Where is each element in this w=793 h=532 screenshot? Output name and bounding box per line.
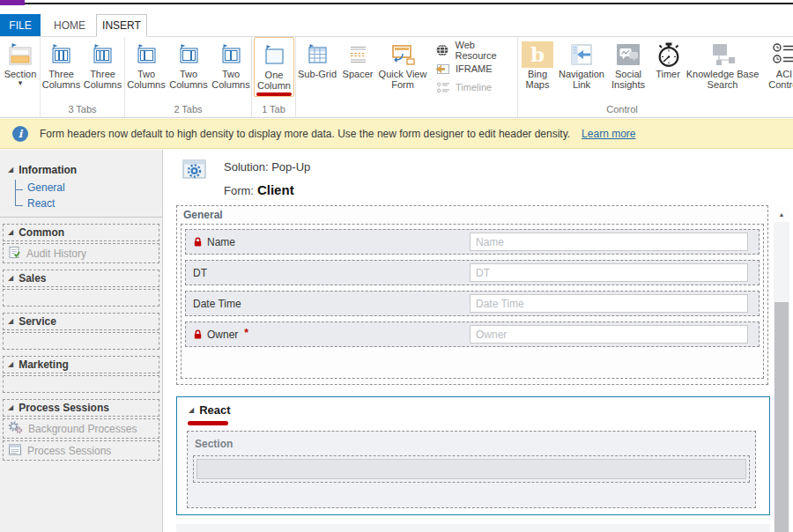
annotation-underline-react	[188, 421, 228, 425]
web-resource-button[interactable]: Web Resource	[435, 43, 517, 57]
sidebar-nav-general[interactable]: General	[8, 178, 162, 194]
timeline-icon	[435, 81, 450, 94]
button-label: Two Columns	[210, 69, 252, 90]
group-label-2-tabs: 2 Tabs	[125, 104, 251, 117]
notification-text: Form headers now default to high density…	[40, 128, 570, 140]
tab-home[interactable]: HOME	[47, 14, 93, 36]
two-columns-icon	[219, 41, 243, 69]
section-button[interactable]: Section ▾	[0, 37, 41, 86]
timer-button[interactable]: Timer	[650, 37, 686, 79]
field-row-name[interactable]: Name	[185, 229, 760, 255]
ribbon-group-2-tabs: Two Columns Two Columns Two Columns 2 Ta…	[125, 37, 252, 117]
tree-elbow	[15, 180, 23, 190]
date-time-field-input[interactable]	[470, 294, 748, 313]
tab-container-react[interactable]: ◢ React Section	[176, 396, 770, 515]
react-tab-title[interactable]: ◢ React	[189, 403, 231, 417]
dt-field-input[interactable]	[470, 263, 748, 282]
sidebar-tab-title: Information	[19, 164, 77, 176]
sidebar-group-header-service[interactable]: ◢ Service	[3, 313, 159, 330]
three-columns-icon	[49, 41, 73, 69]
field-row-owner[interactable]: Owner *	[185, 321, 760, 347]
learn-more-link[interactable]: Learn more	[582, 128, 635, 140]
two-columns-button-3[interactable]: Two Columns	[210, 37, 252, 90]
sidebar-empty-slot	[3, 375, 159, 393]
sidebar-group-header-process-sessions[interactable]: ◢ Process Sessions	[3, 399, 159, 417]
spacer-icon	[346, 41, 370, 69]
collapse-triangle-icon: ◢	[8, 361, 13, 368]
sidebar-group-process-sessions: ◢ Process Sessions Background Processes …	[3, 399, 159, 461]
three-columns-button-1[interactable]: Three Columns	[41, 37, 82, 90]
field-label: DT	[193, 261, 207, 284]
sidebar-item-process-sessions[interactable]: Process Sessions	[3, 440, 159, 461]
button-label: Navigation Link	[557, 69, 606, 90]
button-label: Web Resource	[456, 40, 517, 61]
nav-item-label: React	[27, 197, 55, 210]
lock-icon	[193, 237, 203, 248]
sidebar-divider	[0, 217, 162, 218]
navigation-link-button[interactable]: Navigation Link	[557, 37, 606, 90]
group-label	[0, 104, 40, 117]
ribbon-group-field-controls: Sub-Grid Spacer Quick View Form	[296, 37, 518, 117]
spacer-button[interactable]: Spacer	[338, 37, 377, 79]
nav-item-label: General	[27, 181, 65, 194]
two-columns-button-2[interactable]: Two Columns	[167, 37, 210, 90]
general-tab-title: General	[183, 209, 223, 221]
one-column-button[interactable]: One Column	[254, 37, 294, 97]
field-row-date-time[interactable]: Date Time	[185, 291, 760, 316]
solution-title: Solution: Pop-Up	[224, 160, 310, 174]
sidebar-item-background-processes[interactable]: Background Processes	[3, 418, 159, 439]
react-section-field-slot[interactable]	[193, 455, 750, 483]
two-columns-button-1[interactable]: Two Columns	[125, 37, 167, 90]
small-buttons-stack: Web Resource IFRAME Timeline	[428, 37, 517, 94]
notification-bar: i Form headers now default to high densi…	[0, 119, 793, 149]
group-title: Service	[19, 315, 56, 328]
timeline-button[interactable]: Timeline	[435, 80, 517, 94]
button-label: Two Columns	[125, 69, 167, 90]
sidebar-nav-react[interactable]: React	[8, 194, 162, 210]
sidebar-group-header-marketing[interactable]: ◢ Marketing	[3, 356, 159, 373]
react-section[interactable]: Section	[187, 431, 756, 508]
group-label-1-tab: 1 Tab	[252, 104, 295, 117]
field-label: Owner *	[193, 322, 248, 346]
three-columns-button-2[interactable]: Three Columns	[82, 37, 123, 90]
quick-view-form-button[interactable]: Quick View Form	[377, 37, 428, 90]
social-insights-button[interactable]: Social Insights	[606, 37, 650, 90]
sidebar-tab-information[interactable]: ◢ Information	[8, 162, 162, 178]
vertical-scrollbar[interactable]: ▲	[774, 207, 789, 532]
ribbon-group-section: Section ▾	[0, 37, 41, 117]
sidebar-group-header-sales[interactable]: ◢ Sales	[3, 270, 159, 287]
collapse-triangle-icon: ◢	[8, 318, 13, 325]
sidebar-group-header-common[interactable]: ◢ Common	[3, 224, 159, 241]
bing-maps-button[interactable]: b Bing Maps	[518, 37, 557, 90]
canvas-bottom-strip	[176, 524, 770, 532]
tab-insert[interactable]: INSERT	[96, 14, 147, 37]
group-label-3-tabs: 3 Tabs	[41, 104, 124, 117]
empty-field-bar	[196, 459, 746, 479]
button-label: Social Insights	[606, 69, 650, 90]
tab-file[interactable]: FILE	[0, 14, 41, 36]
aci-control-button[interactable]: ACI Control	[760, 37, 793, 90]
ribbon-group-control: b Bing Maps Navigation Link Social Insig…	[518, 37, 793, 117]
sidebar-item-audit-history[interactable]: Audit History	[3, 243, 159, 263]
tab-container-general[interactable]: General Name DT	[176, 205, 768, 385]
sidebar-group-service: ◢ Service	[3, 313, 159, 350]
group-title: Marketing	[19, 358, 69, 371]
sub-grid-button[interactable]: Sub-Grid	[296, 37, 338, 79]
scrollbar-thumb[interactable]	[774, 302, 789, 532]
field-row-dt[interactable]: DT	[185, 260, 760, 285]
button-label: Timeline	[456, 82, 492, 92]
knowledge-base-search-button[interactable]: Knowledge Base Search	[686, 37, 760, 90]
dropdown-arrow-icon: ▾	[19, 79, 23, 86]
one-column-icon	[263, 41, 286, 70]
scrollbar-up-button[interactable]: ▲	[774, 207, 789, 222]
name-field-input[interactable]	[470, 233, 748, 251]
quick-view-form-icon	[389, 41, 416, 69]
form-navigator-sidebar: ◢ Information General React ◢ Common	[0, 150, 163, 532]
sidebar-empty-slot	[3, 332, 159, 350]
owner-field-input[interactable]	[470, 325, 748, 344]
web-resource-icon	[435, 43, 450, 57]
general-section[interactable]: Name DT Date Time	[181, 224, 764, 379]
iframe-button[interactable]: IFRAME	[435, 62, 517, 76]
section-icon	[7, 41, 33, 69]
info-icon: i	[12, 126, 28, 142]
